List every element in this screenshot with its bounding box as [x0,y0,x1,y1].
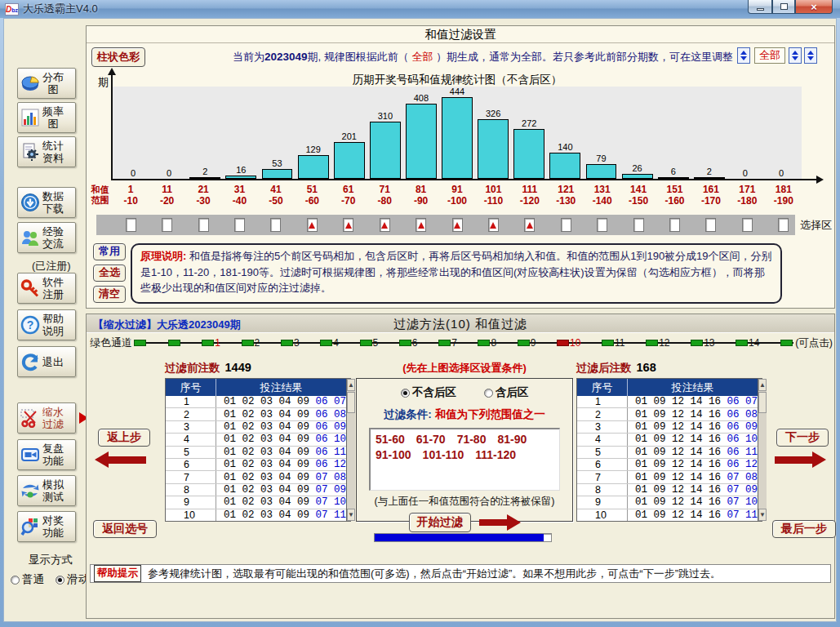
selected-ranges-listbox[interactable]: 51-6061-7071-8081-9091-100101-110111-120 [369,428,560,491]
next-step-button[interactable]: 下一步 [776,429,829,447]
range-checkbox-91-100[interactable] [452,218,463,232]
radio-exclude-back-zone[interactable]: 不含后区 [401,385,456,400]
filter-step-4[interactable]: 4 [320,337,339,349]
filter-step-7[interactable]: 7 [438,337,457,349]
range-checkbox-151-160[interactable] [669,218,680,232]
filter-step-12[interactable]: 12 [646,337,669,349]
sidebar-button-frequency-chart[interactable]: 频率图 [17,102,76,133]
range-checkbox-31-40[interactable] [234,218,245,232]
filter-step[interactable] [168,340,181,346]
step-block [320,340,332,346]
period-count-select[interactable]: 全部 [754,47,785,64]
bar-color-button[interactable]: 柱状色彩 [91,47,145,67]
select-all-button[interactable]: 全选 [93,265,126,282]
clear-button[interactable]: 清空 [93,286,126,303]
sidebar-button-exit[interactable]: 退出 [17,346,76,377]
return-to-selection-button[interactable]: 返回选号 [93,520,157,538]
range-checkbox-161-170[interactable] [705,218,716,232]
range-checkbox-1-10[interactable] [126,218,136,232]
client-area: 分布图 频率图 统计资料 数据下载 经验交流 (已注册) 软件注册 ? 帮助说明 [3,18,837,622]
app-logo-icon: Dbz [5,3,19,16]
download-icon [20,193,40,212]
period-spinner-2[interactable] [789,47,802,64]
period-spinner-3[interactable] [804,47,817,64]
scroll-down-button[interactable]: ▼ [758,509,767,521]
range-checkbox-71-80[interactable] [380,218,390,232]
before-count-label: 过滤前注数1449 [165,361,251,376]
sidebar-button-software-register[interactable]: 软件注册 [17,273,76,304]
scroll-thumb[interactable] [758,392,767,413]
step-block [438,340,451,346]
filter-step-14[interactable]: 14 [736,337,759,349]
range-checkbox-121-130[interactable] [561,218,571,232]
scroll-thumb[interactable] [347,392,355,413]
minimize-button[interactable] [748,0,772,14]
step-block [281,340,293,346]
radio-include-back-zone[interactable]: 含后区 [484,385,529,400]
range-checkbox-101-110[interactable] [488,218,499,232]
range-checkbox-11-20[interactable] [162,218,172,232]
maximize-button[interactable] [772,0,795,14]
green-channel: 绿色通道 1234567891011121314 (可点击) [87,334,834,352]
bar-value-label: 0 [131,168,136,179]
last-step-button[interactable]: 最后一步 [772,520,836,538]
step-number: 4 [333,337,339,349]
sidebar-button-simulation-test[interactable]: 模拟测试 [17,475,76,506]
help-text: 参考规律统计图，选取最有可能出现的和值范围(可多选)，然后点击“开始过滤”。如果… [148,567,721,581]
filter-step-13[interactable]: 13 [691,337,714,349]
sidebar-button-statistics[interactable]: 统计资料 [17,136,76,167]
filter-step-5[interactable]: 5 [360,337,379,349]
sidebar-button-help[interactable]: ? 帮助说明 [17,309,76,340]
bet-row: 601 02 03 04 09 06 12 [166,459,346,471]
sidebar-button-replay[interactable]: 复盘功能 [17,439,76,470]
filter-step-10[interactable]: 10 [557,337,580,349]
scroll-up-button[interactable]: ▲ [347,379,355,391]
sidebar-button-data-download[interactable]: 数据下载 [17,187,76,218]
scroll-up-button[interactable]: ▲ [758,379,767,391]
range-checkbox-111-120[interactable] [524,218,535,232]
filter-step-2[interactable]: 2 [242,337,260,349]
range-checkbox-51-60[interactable] [307,218,318,232]
x-tick-label: 151-160 [656,184,692,207]
range-checkbox-171-180[interactable] [742,218,753,232]
bar [334,142,365,179]
filter-step-3[interactable]: 3 [281,337,300,349]
filter-step-11[interactable]: 11 [602,337,624,349]
filter-step[interactable] [134,340,147,346]
bar-column: 0 [763,87,799,179]
bar-column: 26 [620,87,656,179]
cycle-arrows-icon [20,481,40,500]
filter-step-1[interactable]: 1 [202,337,220,349]
range-checkbox-131-140[interactable] [597,218,607,232]
range-checkbox-61-70[interactable] [343,218,353,232]
before-filter-table: 序号投注结果 101 02 03 04 09 06 07201 02 03 04… [165,378,351,522]
filter-step-6[interactable]: 6 [399,337,418,349]
period-spinner[interactable] [737,47,750,64]
sidebar-button-distribution-chart[interactable]: 分布图 [17,68,76,99]
close-button[interactable]: × [795,0,833,14]
filter-step[interactable] [780,340,793,346]
bar-value-label: 26 [632,163,642,174]
start-filter-button[interactable]: 开始过滤 [409,513,471,532]
scroll-down-button[interactable]: ▼ [347,509,355,521]
radio-sliding[interactable]: 滑动 [56,572,89,587]
checked-triangle-icon [490,222,496,229]
sidebar-button-shrink-filter[interactable]: 缩水过滤 [17,402,76,434]
back-arrow-icon [95,451,146,468]
range-checkbox-181-190[interactable] [778,218,789,232]
range-checkbox-21-30[interactable] [198,218,209,232]
previous-step-button[interactable]: 返上步 [98,429,150,447]
radio-normal[interactable]: 普通 [11,572,44,587]
filter-step-8[interactable]: 8 [478,337,496,349]
range-checkbox-81-90[interactable] [416,218,426,232]
filter-wizard-panel: 【缩水过滤】大乐透2023049期 过滤方法(10) 和值过滤 绿色通道 123… [86,314,835,619]
filter-step-9[interactable]: 9 [518,337,536,349]
sidebar-button-prize-check[interactable]: 对奖功能 [17,511,76,542]
sidebar-button-experience-exchange[interactable]: 经验交流 [17,222,76,253]
common-ranges-button[interactable]: 常用 [93,243,126,260]
bar-column: 0 [151,87,187,179]
range-checkbox-141-150[interactable] [633,218,644,232]
range-checkbox-41-50[interactable] [270,218,281,232]
step-number: 1 [215,337,220,349]
bet-row: 101 02 03 04 09 06 07 [166,396,346,408]
